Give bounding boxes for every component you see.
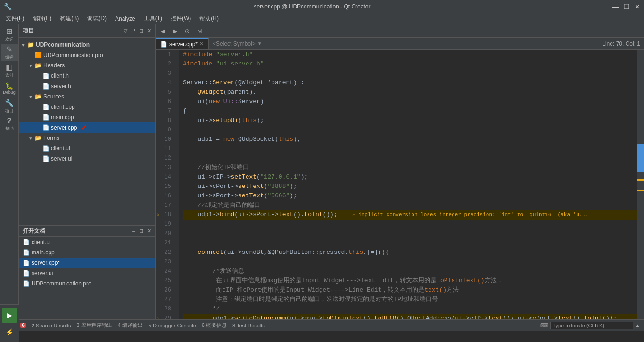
- menu-build[interactable]: 构建(B): [56, 14, 83, 24]
- doc-name: UDPcommunication.pro: [32, 280, 91, 287]
- tree-project-root[interactable]: ▼ 📁 UDPcommunication: [19, 40, 155, 50]
- tree-item-server-cpp[interactable]: 📄 server.cpp ✓: [19, 122, 155, 133]
- tree-item-server-h[interactable]: 📄 server.h: [19, 81, 155, 91]
- nav-back-btn[interactable]: ◀: [157, 26, 168, 36]
- tree-item-label: UDPcommunication.pro: [43, 52, 103, 58]
- tree-item-main-cpp[interactable]: 📄 main.cpp: [19, 112, 155, 122]
- symbol-label: <Select Symbol>: [213, 41, 256, 47]
- code-line-10: udp1 = new QUdpSocket(this);: [183, 135, 637, 144]
- tree-item-label: client.cpp: [51, 104, 75, 110]
- code-editor[interactable]: 1 2 3 4 5 6 7 8 9 10 11 12 13 14 15 16 1…: [156, 50, 644, 319]
- maximize-button[interactable]: ❐: [624, 3, 630, 10]
- file-icon-ui2: 📄: [42, 155, 50, 162]
- line-25: 25: [156, 276, 175, 285]
- project-filter-icon[interactable]: ▽: [124, 28, 127, 34]
- tree-item-label: Headers: [43, 62, 65, 69]
- window-controls[interactable]: — ❐ ✕: [612, 3, 640, 10]
- run-button[interactable]: ▶: [2, 308, 17, 323]
- file-tab-bar: 📄 server.cpp* ✕ <Select Symbol> ▼ Line: …: [156, 38, 644, 50]
- arrow-icon: ▼: [28, 136, 35, 141]
- statusbar: 1 问题 6 2 Search Results 3 应用程序输出 4 编译输出 …: [0, 319, 644, 331]
- project-close-icon[interactable]: ✕: [147, 28, 151, 34]
- code-line-28: */: [183, 304, 637, 314]
- status-output-label: 3 应用程序输出: [77, 322, 112, 329]
- menu-analyze[interactable]: Analyze: [111, 15, 139, 23]
- doc-item-main-cpp[interactable]: 📄 main.cpp: [19, 247, 155, 258]
- code-line-11: [183, 144, 637, 154]
- menu-help[interactable]: 帮助(H): [196, 14, 223, 24]
- doc-item-client-ui[interactable]: 📄 client.ui: [19, 237, 155, 247]
- sidebar-item-help[interactable]: ? 帮助: [1, 116, 18, 133]
- docs-minimize-icon[interactable]: −: [132, 228, 135, 234]
- menu-edit[interactable]: 编辑(E): [29, 14, 55, 24]
- doc-item-pro[interactable]: 📄 UDPcommunication.pro: [19, 278, 155, 289]
- symbol-selector[interactable]: <Select Symbol> ▼: [209, 38, 602, 49]
- code-content[interactable]: #include "server.h" #include "ui_server.…: [179, 50, 637, 319]
- code-line-4: Server::Server(QWidget *parent) :: [183, 78, 637, 88]
- nav-sync-btn[interactable]: ⊙: [182, 26, 192, 36]
- status-test[interactable]: 8 Test Results: [232, 323, 265, 328]
- nav-expand-btn[interactable]: ⇲: [194, 26, 205, 36]
- tree-folder-headers[interactable]: ▼ 📂 Headers: [19, 60, 155, 71]
- sidebar-label-help: 帮助: [5, 126, 14, 132]
- status-summary[interactable]: 6 概要信息: [202, 322, 227, 329]
- tree-item-label: client.h: [51, 73, 69, 79]
- status-search-label: 2 Search Results: [32, 323, 71, 328]
- doc-name: client.ui: [32, 239, 51, 245]
- tree-item-client-cpp[interactable]: 📄 client.cpp: [19, 102, 155, 112]
- line-12: 12: [156, 154, 175, 163]
- line-18: ⚠18: [156, 210, 175, 220]
- menu-file[interactable]: 文件(F): [2, 14, 28, 24]
- doc-icon-active: 📄: [23, 260, 30, 266]
- status-locate-input[interactable]: Type to locate (Ctrl+K): [550, 322, 633, 329]
- project-expand-icon[interactable]: ⊞: [139, 28, 143, 34]
- tab-close-btn[interactable]: ✕: [199, 41, 204, 47]
- tree-item-server-ui[interactable]: 📄 server.ui: [19, 154, 155, 164]
- project-title: 项目: [23, 27, 122, 35]
- status-output[interactable]: 3 应用程序输出: [77, 322, 112, 329]
- sidebar-item-projects[interactable]: 🔧 项目: [1, 98, 18, 115]
- tree-item-pro[interactable]: 🟧 UDPcommunication.pro: [19, 50, 155, 60]
- doc-item-server-ui[interactable]: 📄 server.ui: [19, 268, 155, 278]
- tree-folder-sources[interactable]: ▼ 📂 Sources: [19, 91, 155, 102]
- editor-scrollbar[interactable]: [637, 50, 644, 319]
- window-title: server.cpp @ UDPcommunication - Qt Creat…: [12, 3, 612, 10]
- sidebar-item-design[interactable]: ◧ 设计: [1, 62, 18, 79]
- minimize-button[interactable]: —: [612, 3, 619, 10]
- projects-icon: 🔧: [5, 99, 14, 107]
- tree-item-client-ui[interactable]: 📄 client.ui: [19, 143, 155, 154]
- file-tab-server-cpp[interactable]: 📄 server.cpp* ✕: [156, 38, 209, 49]
- docs-expand-icon[interactable]: ⊞: [139, 228, 143, 234]
- menu-tools[interactable]: 工具(T): [140, 14, 166, 24]
- tree-folder-forms[interactable]: ▼ 📂 Forms: [19, 133, 155, 143]
- sidebar-item-edit[interactable]: ✎ 编辑: [1, 44, 18, 61]
- doc-item-server-cpp[interactable]: 📄 server.cpp*: [19, 258, 155, 268]
- sidebar-label-design: 设计: [5, 72, 14, 78]
- status-arrow-up[interactable]: ▲: [635, 323, 640, 328]
- nav-forward-btn[interactable]: ▶: [170, 26, 180, 36]
- doc-icon: 📄: [23, 249, 30, 256]
- open-docs-list: 📄 client.ui 📄 main.cpp 📄 server.cpp* 📄 s…: [19, 237, 155, 319]
- status-right: ⌨ Type to locate (Ctrl+K) ▲: [540, 322, 640, 329]
- tree-item-label: server.cpp: [51, 124, 77, 131]
- docs-close-icon[interactable]: ✕: [147, 228, 151, 234]
- sidebar-item-debug[interactable]: 🐛 Debug: [1, 80, 18, 97]
- menu-debug[interactable]: 调试(D): [83, 14, 110, 24]
- menu-widgets[interactable]: 控件(W): [167, 14, 195, 24]
- code-line-14: ui->cIP->setText("127.0.0.1");: [183, 172, 637, 182]
- tree-item-client-h[interactable]: 📄 client.h: [19, 71, 155, 81]
- status-debugger[interactable]: 5 Debugger Console: [149, 323, 196, 328]
- line-3: 3: [156, 69, 175, 78]
- doc-name-active: server.cpp*: [32, 260, 60, 266]
- project-sync-icon[interactable]: ⇄: [131, 28, 135, 34]
- sidebar-item-welcome[interactable]: ⊞ 欢迎: [1, 26, 18, 43]
- code-line-2: #include "ui_server.h": [183, 59, 637, 69]
- close-button[interactable]: ✕: [635, 3, 640, 10]
- open-docs-title: 打开文档: [23, 227, 131, 235]
- status-search[interactable]: 2 Search Results: [32, 323, 71, 328]
- status-compile[interactable]: 4 编译输出: [118, 322, 143, 329]
- folder-icon-h: 📂: [35, 62, 42, 69]
- symbol-dropdown-icon[interactable]: ▼: [257, 41, 262, 46]
- scroll-thumb[interactable]: [637, 144, 644, 172]
- debug-run-button[interactable]: ⚡: [2, 325, 17, 340]
